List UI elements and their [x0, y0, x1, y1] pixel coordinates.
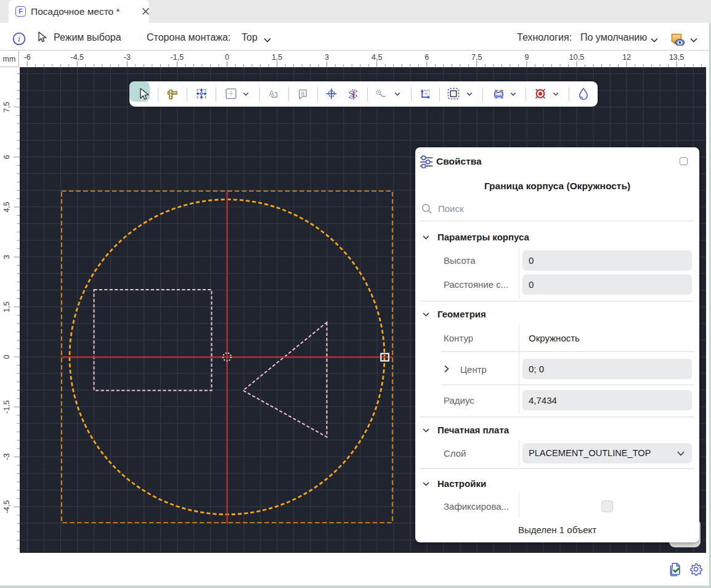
svg-text:-3: -3: [2, 453, 11, 460]
svg-text:-1,5: -1,5: [171, 53, 184, 62]
svg-text:-1,5: -1,5: [2, 400, 11, 414]
svg-text:12: 12: [622, 53, 631, 62]
svg-text:10,5: 10,5: [569, 53, 584, 62]
svg-text:i: i: [18, 35, 20, 44]
svg-text:-4,5: -4,5: [2, 500, 11, 513]
svg-text:3: 3: [2, 255, 11, 259]
svg-text:3: 3: [325, 53, 329, 62]
svg-text:4,5: 4,5: [372, 53, 382, 62]
svg-text:13,5: 13,5: [669, 53, 684, 62]
svg-text:7,5: 7,5: [2, 102, 11, 112]
svg-text:-3: -3: [124, 53, 131, 62]
svg-text:-4,5: -4,5: [71, 53, 84, 62]
svg-text:0: 0: [225, 53, 229, 62]
svg-text:6: 6: [2, 155, 11, 159]
svg-text:0: 0: [2, 354, 11, 359]
svg-text:7,5: 7,5: [471, 53, 482, 62]
svg-text:9: 9: [524, 53, 529, 62]
svg-text:6: 6: [425, 53, 429, 62]
svg-text:1,5: 1,5: [272, 53, 282, 62]
svg-text:a: a: [301, 89, 304, 97]
svg-text:-6: -6: [24, 53, 31, 62]
svg-text:1,5: 1,5: [2, 301, 11, 312]
svg-text:4,5: 4,5: [2, 202, 11, 212]
